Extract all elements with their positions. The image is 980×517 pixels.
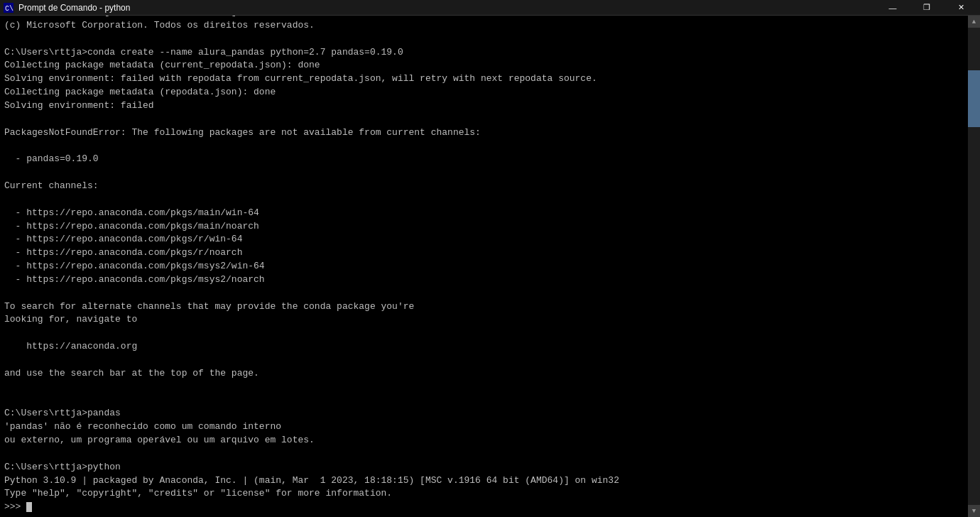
terminal-line: Current channels: bbox=[4, 180, 964, 193]
terminal-line: - https://repo.anaconda.com/pkgs/r/noarc… bbox=[4, 246, 964, 260]
terminal-line: looking for, navigate to bbox=[4, 313, 964, 327]
terminal-line: - https://repo.anaconda.com/pkgs/r/win-6… bbox=[4, 233, 964, 246]
terminal-line: - https://repo.anaconda.com/pkgs/main/wi… bbox=[4, 207, 964, 220]
terminal-line bbox=[4, 327, 964, 340]
scrollbar[interactable]: ▲ ▼ bbox=[968, 16, 980, 517]
terminal-line: Solving environment: failed bbox=[4, 99, 964, 113]
terminal-line: C:\Users\rttja>conda create --name alura… bbox=[4, 46, 964, 60]
title-bar-controls: — ❒ ✕ bbox=[876, 0, 977, 16]
scrollbar-track[interactable] bbox=[968, 28, 980, 505]
close-button[interactable]: ✕ bbox=[944, 0, 977, 16]
minimize-button[interactable]: — bbox=[876, 0, 909, 16]
scroll-down-button[interactable]: ▼ bbox=[968, 505, 980, 517]
terminal-cursor bbox=[26, 502, 32, 512]
maximize-button[interactable]: ❒ bbox=[910, 0, 943, 16]
terminal-line bbox=[4, 33, 964, 46]
terminal-line: https://anaconda.org bbox=[4, 340, 964, 354]
window-title: Prompt de Comando - python bbox=[18, 3, 130, 13]
terminal-line: PackagesNotFoundError: The following pac… bbox=[4, 126, 964, 140]
terminal-line: - https://repo.anaconda.com/pkgs/msys2/w… bbox=[4, 260, 964, 273]
terminal-line bbox=[4, 354, 964, 367]
terminal-line: - https://repo.anaconda.com/pkgs/msys2/n… bbox=[4, 273, 964, 287]
terminal-line: (c) Microsoft Corporation. Todos os dire… bbox=[4, 19, 964, 33]
title-bar-left: C\ Prompt de Comando - python bbox=[3, 2, 130, 13]
terminal-line bbox=[4, 139, 964, 153]
terminal-line bbox=[4, 381, 964, 394]
terminal-line: C:\Users\rttja>python bbox=[4, 461, 964, 474]
terminal-line bbox=[4, 166, 964, 180]
terminal-line: - https://repo.anaconda.com/pkgs/main/no… bbox=[4, 220, 964, 234]
terminal-line: 'pandas' não é reconhecido como um coman… bbox=[4, 420, 964, 434]
scrollbar-thumb[interactable] bbox=[968, 70, 980, 127]
terminal-line bbox=[4, 193, 964, 207]
terminal-line bbox=[4, 287, 964, 300]
content-area: Microsoft Windows [versão 10.0.19045.308… bbox=[0, 16, 980, 517]
terminal-line: - pandas=0.19.0 bbox=[4, 153, 964, 166]
svg-text:C\: C\ bbox=[5, 5, 13, 13]
terminal-line: Solving environment: failed with repodat… bbox=[4, 72, 964, 86]
terminal-line: Type "help", "copyright", "credits" or "… bbox=[4, 487, 964, 501]
terminal-line: ou externo, um programa operável ou um a… bbox=[4, 434, 964, 447]
window: C\ Prompt de Comando - python — ❒ ✕ Micr… bbox=[0, 0, 980, 517]
terminal-line bbox=[4, 113, 964, 126]
scroll-up-button[interactable]: ▲ bbox=[968, 16, 980, 28]
terminal-line: and use the search bar at the top of the… bbox=[4, 367, 964, 381]
title-bar: C\ Prompt de Comando - python — ❒ ✕ bbox=[0, 0, 980, 16]
terminal[interactable]: Microsoft Windows [versão 10.0.19045.308… bbox=[0, 16, 968, 517]
terminal-line bbox=[4, 393, 964, 407]
terminal-line bbox=[4, 447, 964, 461]
terminal-line: Collecting package metadata (repodata.js… bbox=[4, 86, 964, 99]
terminal-line: >>> bbox=[4, 501, 964, 514]
terminal-line: C:\Users\rttja>pandas bbox=[4, 407, 964, 420]
terminal-line: Python 3.10.9 | packaged by Anaconda, In… bbox=[4, 474, 964, 488]
terminal-line: Collecting package metadata (current_rep… bbox=[4, 59, 964, 72]
terminal-line: To search for alternate channels that ma… bbox=[4, 300, 964, 314]
cmd-icon: C\ bbox=[3, 2, 14, 13]
